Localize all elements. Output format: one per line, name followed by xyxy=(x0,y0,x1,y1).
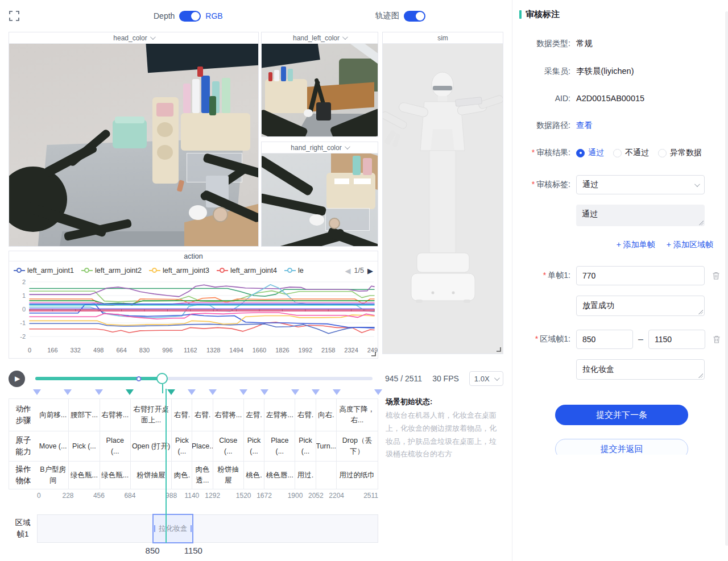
speed-select[interactable]: 1.0X xyxy=(469,371,503,386)
head-camera-select[interactable]: head_color xyxy=(9,32,258,44)
segment-right-handle[interactable] xyxy=(191,525,192,532)
segment-cell[interactable]: 肉色. xyxy=(171,462,192,489)
timeline-marker-icon[interactable] xyxy=(260,389,268,399)
segment-cell[interactable]: 向前移... xyxy=(38,399,68,431)
segment-cell[interactable]: 高度下降，右... xyxy=(336,399,378,431)
legend-item[interactable]: left_arm_joint3 xyxy=(149,267,209,275)
segment-cell[interactable]: Pick (... xyxy=(295,431,315,461)
region-end-input[interactable]: 1150 xyxy=(648,330,705,349)
timeline-marker-icon[interactable] xyxy=(188,389,196,399)
timeline-marker-icon[interactable] xyxy=(333,389,341,399)
timeline-marker-icon[interactable] xyxy=(312,389,320,399)
legend-item[interactable]: left_arm_joint2 xyxy=(81,267,142,275)
progress-slider[interactable] xyxy=(35,373,373,384)
timeline-marker-icon[interactable] xyxy=(167,389,175,399)
steps-table: 动作步骤向前移...腰部下...右臂将...右臂打开桌面上...右臂.右臂.右臂… xyxy=(9,398,378,489)
timeline-marker-icon[interactable] xyxy=(239,389,247,399)
segment-left-handle[interactable] xyxy=(154,525,155,532)
segment-cell[interactable]: 右臂. xyxy=(295,399,315,431)
textarea-resize-icon[interactable] xyxy=(698,310,703,314)
radio-icon[interactable] xyxy=(658,149,667,157)
segment-cell[interactable]: 左臂. xyxy=(243,399,264,431)
depth-rgb-switch[interactable] xyxy=(179,11,201,22)
timeline-marker-icon[interactable] xyxy=(126,389,134,399)
legend-next-icon[interactable]: ▶ xyxy=(367,267,373,275)
segment-cell[interactable]: Drop（丢下） xyxy=(336,431,378,461)
review-result-option[interactable]: 通过 xyxy=(576,148,604,158)
radio-selected-icon[interactable] xyxy=(576,149,585,157)
sim-resize-handle[interactable] xyxy=(495,346,502,352)
review-tag-select[interactable]: 通过 xyxy=(576,175,705,194)
region-start-input[interactable]: 850 xyxy=(576,330,633,349)
segment-cell[interactable]: 向右. xyxy=(316,399,336,431)
segment-cell[interactable]: Place (... xyxy=(264,431,295,461)
hand-left-camera-select[interactable]: hand_left_color xyxy=(262,32,378,44)
trajectory-switch[interactable] xyxy=(404,11,425,22)
segment-cell[interactable]: Place.. xyxy=(192,431,212,461)
review-tag-note[interactable]: 通过 xyxy=(576,205,705,226)
segment-cell[interactable]: 右臂. xyxy=(171,399,192,431)
segment-cell[interactable] xyxy=(316,462,336,489)
segment-cell[interactable]: 粉饼抽屉 xyxy=(213,462,243,489)
segment-cell[interactable]: 右臂. xyxy=(192,399,212,431)
submit-back-button[interactable]: 提交并返回 xyxy=(555,439,688,455)
segment-cell[interactable]: Pick (... xyxy=(68,431,99,461)
region-frame-track[interactable]: 拉化妆盒 xyxy=(37,514,378,543)
delete-single-frame-icon[interactable] xyxy=(712,271,721,280)
timeline-marker-icon[interactable] xyxy=(64,389,72,399)
legend-prev-icon[interactable]: ◀ xyxy=(345,267,351,275)
single-frame-marker-dot[interactable] xyxy=(136,376,141,381)
segment-cell[interactable]: 用过的纸巾 xyxy=(336,462,378,489)
segment-cell[interactable]: B户型房间 xyxy=(38,462,68,489)
segment-cell[interactable]: 右臂将... xyxy=(213,399,243,431)
add-region-frame-link[interactable]: + 添加区域帧 xyxy=(667,240,713,250)
data-path-view-link[interactable]: 查看 xyxy=(576,120,593,131)
textarea-resize-icon[interactable] xyxy=(698,373,703,378)
timeline-marker-icon[interactable] xyxy=(291,389,299,399)
segment-cell[interactable]: Pick (... xyxy=(243,431,264,461)
region-frame-segment[interactable]: 拉化妆盒 xyxy=(152,514,193,543)
region-frame-note[interactable]: 拉化妆盒 xyxy=(576,359,705,380)
radio-icon[interactable] xyxy=(613,149,622,157)
segment-cell[interactable]: 桃色. xyxy=(243,462,264,489)
hand-right-camera-select[interactable]: hand_right_color xyxy=(262,142,378,153)
segment-cell[interactable]: 绿色瓶... xyxy=(68,462,99,489)
single-frame-input[interactable]: 770 xyxy=(576,266,705,285)
axis-tick-label: 1292 xyxy=(205,492,220,500)
textarea-resize-icon[interactable] xyxy=(699,221,704,225)
segment-cell[interactable]: 左臂将... xyxy=(264,399,295,431)
play-button[interactable]: ▶ xyxy=(9,371,25,387)
timeline-marker-icon[interactable] xyxy=(209,389,217,399)
legend-item[interactable]: le xyxy=(284,267,304,275)
scene-state-title: 场景初始状态: xyxy=(386,397,503,407)
review-result-option[interactable]: 异常数据 xyxy=(658,148,702,158)
delete-region-frame-icon[interactable] xyxy=(712,335,721,344)
review-result-option[interactable]: 不通过 xyxy=(613,148,649,158)
segment-cell[interactable]: 右臂将... xyxy=(100,399,130,431)
submit-next-button[interactable]: 提交并下一条 xyxy=(555,405,688,425)
segment-cell[interactable]: Place (... xyxy=(100,431,130,461)
timeline-marker-icon[interactable] xyxy=(33,389,41,399)
legend-item[interactable]: left_arm_joint4 xyxy=(217,267,277,275)
segment-cell[interactable]: Open (打开) xyxy=(130,431,171,461)
legend-item[interactable]: left_arm_joint1 xyxy=(14,267,74,275)
segment-cell[interactable]: 用过. xyxy=(295,462,315,489)
single-frame-note[interactable]: 放置成功 xyxy=(576,296,705,316)
add-single-frame-link[interactable]: + 添加单帧 xyxy=(617,240,655,250)
segment-cell[interactable]: Pick (... xyxy=(171,431,192,461)
segment-cell[interactable]: 肉色透... xyxy=(192,462,212,489)
segment-cell[interactable]: Close (... xyxy=(213,431,243,461)
segment-cell[interactable]: 绿色瓶... xyxy=(100,462,130,489)
segment-cell[interactable]: Move (... xyxy=(38,431,68,461)
segment-cell[interactable]: 右臂打开桌面上... xyxy=(130,399,171,431)
segment-cell[interactable]: 腰部下... xyxy=(68,399,99,431)
timeline-marker-icon[interactable] xyxy=(95,389,103,399)
chart-resize-handle[interactable] xyxy=(370,350,377,357)
panel-scrollbar[interactable] xyxy=(725,11,728,546)
segment-cell[interactable]: 粉饼抽屉 xyxy=(130,462,171,489)
segment-cell[interactable]: 桃色唇... xyxy=(264,462,295,489)
slider-handle[interactable] xyxy=(156,373,168,384)
fullscreen-icon[interactable] xyxy=(9,10,20,22)
segment-cell[interactable]: Turn... xyxy=(316,431,336,461)
timeline-marker-icon[interactable] xyxy=(374,389,382,399)
